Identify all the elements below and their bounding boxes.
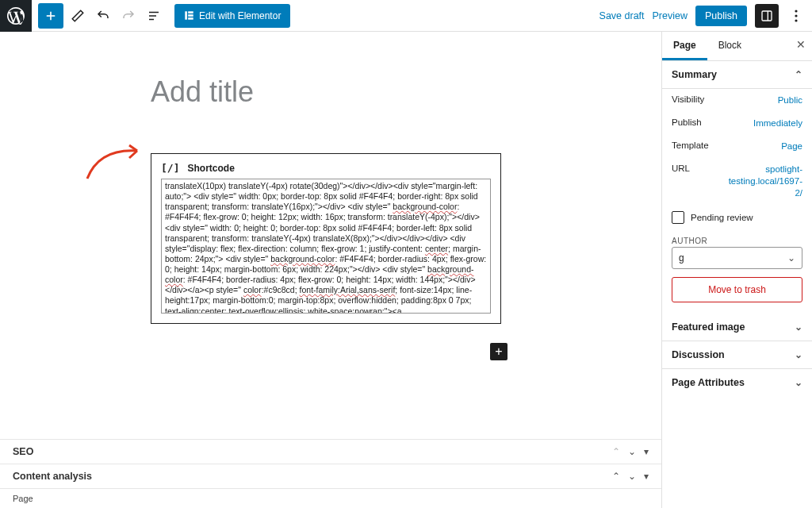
save-draft-button[interactable]: Save draft: [599, 10, 645, 21]
toolbar-left: Edit with Elementor: [0, 0, 290, 31]
edit-tool-icon[interactable]: [67, 5, 89, 27]
annotation-arrow: [83, 139, 147, 183]
svg-point-12: [795, 14, 797, 17]
toolbar-right: Save draft Preview Publish: [599, 4, 812, 28]
chevron-down-icon[interactable]: ⌄: [628, 471, 636, 482]
bottom-panels: SEO ⌃ ⌄ ▾ Content analysis ⌃ ⌄ ▾ Page: [0, 439, 661, 508]
publish-value[interactable]: Immediately: [753, 117, 802, 129]
options-menu-icon[interactable]: [787, 4, 806, 28]
shortcode-icon: [/]: [161, 162, 179, 174]
add-block-button[interactable]: [38, 3, 63, 29]
chevron-down-icon: ⌄: [787, 252, 795, 264]
redo-icon: [117, 5, 140, 27]
elementor-button-label: Edit with Elementor: [199, 10, 281, 21]
undo-icon[interactable]: [92, 5, 114, 27]
pending-review-row: Pending review: [662, 205, 812, 232]
svg-point-11: [795, 10, 797, 12]
author-select[interactable]: g ⌄: [672, 247, 802, 269]
page-title-input[interactable]: Add title: [151, 75, 254, 109]
shortcode-textarea[interactable]: translateX(10px) translateY(-4px) rotate…: [161, 179, 491, 314]
edit-with-elementor-button[interactable]: Edit with Elementor: [174, 4, 290, 28]
template-value[interactable]: Page: [781, 140, 802, 152]
content-analysis-label: Content analysis: [13, 471, 92, 482]
pending-review-label: Pending review: [691, 213, 753, 222]
add-block-inline-button[interactable]: +: [490, 343, 508, 360]
settings-panel-toggle[interactable]: [755, 4, 779, 28]
featured-image-section[interactable]: Featured image ⌄: [662, 314, 812, 341]
attributes-label: Page Attributes: [672, 377, 745, 388]
url-value[interactable]: spotlight-testing.local/1697-2/: [723, 164, 802, 199]
summary-section-header[interactable]: Summary ⌃: [662, 61, 812, 89]
url-row: URL spotlight-testing.local/1697-2/: [662, 158, 812, 205]
move-to-trash-button[interactable]: Move to trash: [672, 277, 802, 302]
svg-rect-5: [185, 11, 187, 19]
pending-review-checkbox[interactable]: [672, 211, 684, 224]
preview-button[interactable]: Preview: [653, 10, 688, 21]
sidebar-tabs: Page Block ✕: [662, 32, 812, 61]
svg-rect-6: [188, 11, 193, 13]
settings-sidebar: Page Block ✕ Summary ⌃ Visibility Public…: [661, 32, 812, 508]
visibility-row: Visibility Public: [662, 89, 812, 112]
content-analysis-panel-header[interactable]: Content analysis ⌃ ⌄ ▾: [0, 464, 661, 488]
chevron-down-icon: ⌄: [795, 349, 802, 360]
tab-block[interactable]: Block: [707, 32, 753, 60]
discussion-section[interactable]: Discussion ⌄: [662, 341, 812, 369]
svg-rect-7: [188, 14, 193, 17]
editor-body: Add title [/] Shortcode translateX(10px)…: [0, 32, 812, 508]
svg-rect-8: [188, 17, 193, 20]
shortcode-block[interactable]: [/] Shortcode translateX(10px) translate…: [151, 153, 501, 324]
visibility-value[interactable]: Public: [778, 94, 802, 106]
svg-point-13: [795, 19, 797, 21]
seo-panel-header[interactable]: SEO ⌃ ⌄ ▾: [0, 439, 661, 464]
chevron-up-icon: ⌃: [795, 69, 802, 80]
editor-canvas: Add title [/] Shortcode translateX(10px)…: [0, 32, 661, 508]
featured-image-label: Featured image: [672, 321, 745, 333]
attributes-section[interactable]: Page Attributes ⌄: [662, 369, 812, 396]
seo-panel-label: SEO: [13, 446, 33, 457]
template-label: Template: [672, 140, 709, 152]
wordpress-logo[interactable]: [0, 0, 32, 32]
shortcode-label: Shortcode: [187, 163, 234, 174]
shortcode-block-header: [/] Shortcode: [161, 162, 491, 174]
caret-down-icon[interactable]: ▾: [644, 471, 649, 482]
discussion-label: Discussion: [672, 349, 725, 360]
author-select-value: g: [679, 252, 684, 264]
author-section-label: AUTHOR: [662, 232, 812, 247]
summary-label: Summary: [672, 69, 717, 80]
block-breadcrumb[interactable]: Page: [0, 488, 661, 508]
chevron-down-icon: ⌄: [795, 321, 802, 333]
visibility-label: Visibility: [672, 94, 704, 106]
template-row: Template Page: [662, 135, 812, 158]
svg-rect-9: [762, 11, 772, 21]
top-toolbar: Edit with Elementor Save draft Preview P…: [0, 0, 812, 32]
chevron-up-icon[interactable]: ⌃: [612, 471, 620, 482]
tab-page[interactable]: Page: [662, 32, 707, 60]
publish-label: Publish: [672, 117, 702, 129]
close-sidebar-icon[interactable]: ✕: [796, 38, 806, 51]
document-outline-icon[interactable]: [143, 5, 165, 27]
publish-row: Publish Immediately: [662, 112, 812, 135]
url-label: URL: [672, 164, 690, 199]
chevron-down-icon[interactable]: ⌄: [628, 446, 636, 457]
caret-down-icon[interactable]: ▾: [644, 446, 649, 457]
publish-button[interactable]: Publish: [695, 6, 747, 26]
chevron-down-icon: ⌄: [795, 377, 802, 388]
chevron-up-icon: ⌃: [612, 446, 620, 457]
